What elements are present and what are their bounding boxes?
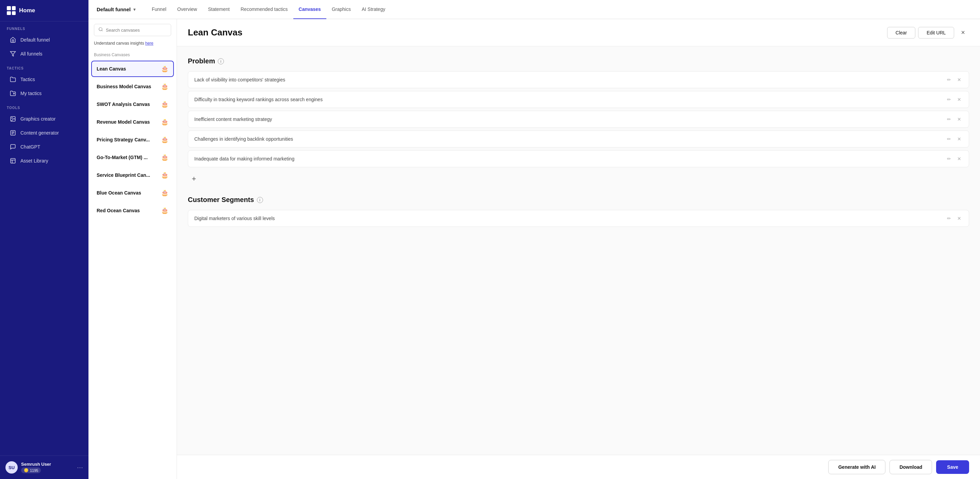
- sidebar-item-asset-library[interactable]: Asset Library: [3, 154, 86, 168]
- search-bar: [89, 19, 177, 40]
- user-badge: 🪙 1195: [21, 468, 41, 473]
- user-name: Semrush User: [21, 461, 73, 467]
- tab-graphics[interactable]: Graphics: [326, 0, 356, 19]
- tactics-label: TACTICS: [0, 61, 89, 72]
- customer-segments-info-icon[interactable]: i: [257, 197, 263, 203]
- red-ocean-label: Red Ocean Canvas: [97, 208, 140, 213]
- bottom-bar: Generate with AI Download Save: [177, 455, 980, 479]
- problem-info-icon[interactable]: i: [218, 58, 224, 64]
- sidebar-item-content-generator[interactable]: Content generator: [3, 126, 86, 140]
- sidebar-section-tools: TOOLS Graphics creator Content generator…: [0, 101, 89, 168]
- add-problem-button[interactable]: +: [188, 173, 200, 185]
- search-input[interactable]: [106, 27, 167, 33]
- close-item-icon-2[interactable]: ✕: [956, 116, 963, 123]
- service-blueprint-label: Service Blueprint Can...: [97, 172, 150, 178]
- problem-item-1: Difficulty in tracking keyword rankings …: [188, 91, 969, 108]
- edit-icon-2[interactable]: ✏: [946, 116, 953, 123]
- edit-icon-3[interactable]: ✏: [946, 136, 953, 142]
- sidebar-label-tactics: Tactics: [21, 77, 35, 82]
- blue-ocean-label: Blue Ocean Canvas: [97, 190, 141, 196]
- edit-icon-1[interactable]: ✏: [946, 96, 953, 103]
- customer-segments-heading: Customer Segments i: [188, 196, 969, 204]
- canvas-item-lean-canvas[interactable]: Lean Canvas 🎂: [91, 61, 174, 77]
- sidebar-label-content-generator: Content generator: [21, 130, 59, 136]
- insight-link[interactable]: here: [145, 41, 153, 46]
- sidebar-label-chatgpt: ChatGPT: [21, 144, 40, 150]
- lean-canvas-emoji: 🎂: [161, 65, 169, 73]
- content-area: Understand canvas insights here Business…: [89, 19, 980, 479]
- generate-ai-button[interactable]: Generate with AI: [828, 460, 885, 474]
- edit-icon-4[interactable]: ✏: [946, 155, 953, 162]
- save-button[interactable]: Save: [936, 460, 969, 474]
- sidebar-label-my-tactics: My tactics: [21, 91, 41, 96]
- lean-canvas-label: Lean Canvas: [97, 66, 126, 72]
- tab-overview[interactable]: Overview: [172, 0, 202, 19]
- canvas-item-business-model[interactable]: Business Model Canvas 🎂: [91, 78, 174, 95]
- close-item-icon-4[interactable]: ✕: [956, 155, 963, 162]
- tab-statement[interactable]: Statement: [202, 0, 235, 19]
- chat-icon: [10, 144, 16, 150]
- tools-label: TOOLS: [0, 101, 89, 112]
- search-icon: [98, 27, 103, 33]
- problem-item-text-1: Difficulty in tracking keyword rankings …: [194, 97, 942, 102]
- sidebar-item-my-tactics[interactable]: My tactics: [3, 86, 86, 100]
- close-item-icon-1[interactable]: ✕: [956, 96, 963, 103]
- canvas-item-red-ocean[interactable]: Red Ocean Canvas 🎂: [91, 202, 174, 219]
- sidebar-item-tactics[interactable]: Tactics: [3, 73, 86, 86]
- main-area: Default funnel ▾ Funnel Overview Stateme…: [89, 0, 980, 479]
- sidebar: Home FUNNELS Default funnel All funnels …: [0, 0, 89, 479]
- canvas-item-go-to-market[interactable]: Go-To-Market (GTM) ... 🎂: [91, 149, 174, 166]
- close-item-icon-3[interactable]: ✕: [956, 136, 963, 142]
- canvas-item-pricing-strategy[interactable]: Pricing Strategy Canv... 🎂: [91, 131, 174, 148]
- funnel-chevron-icon: ▾: [134, 7, 135, 12]
- canvas-item-blue-ocean[interactable]: Blue Ocean Canvas 🎂: [91, 185, 174, 201]
- svg-line-12: [102, 30, 103, 31]
- sidebar-label-all-funnels: All funnels: [21, 51, 43, 57]
- library-icon: [10, 157, 16, 164]
- close-button[interactable]: ×: [957, 26, 969, 39]
- problem-heading: Problem i: [188, 57, 969, 65]
- clear-button[interactable]: Clear: [887, 27, 915, 38]
- problem-item-3: Challenges in identifying backlink oppor…: [188, 131, 969, 147]
- canvas-item-swot[interactable]: SWOT Analysis Canvas 🎂: [91, 96, 174, 112]
- close-item-icon-0[interactable]: ✕: [956, 76, 963, 83]
- pricing-strategy-label: Pricing Strategy Canv...: [97, 137, 150, 142]
- tab-recommended-tactics[interactable]: Recommended tactics: [235, 0, 293, 19]
- revenue-model-emoji: 🎂: [161, 118, 169, 126]
- canvas-item-revenue-model[interactable]: Revenue Model Canvas 🎂: [91, 114, 174, 130]
- user-menu-icon[interactable]: ⋯: [77, 464, 83, 471]
- folder-shared-icon: [10, 90, 16, 97]
- tab-funnel[interactable]: Funnel: [146, 0, 172, 19]
- svg-point-3: [11, 118, 12, 118]
- canvas-body: Problem i Lack of visibility into compet…: [177, 46, 980, 455]
- edit-icon-0[interactable]: ✏: [946, 76, 953, 83]
- canvas-main: Lean Canvas Clear Edit URL × Problem i: [177, 19, 980, 479]
- problem-item-text-2: Inefficient content marketing strategy: [194, 117, 942, 122]
- funnel-selector[interactable]: Default funnel ▾: [97, 6, 135, 12]
- sidebar-item-graphics-creator[interactable]: Graphics creator: [3, 112, 86, 126]
- home-icon: [10, 37, 16, 43]
- swot-label: SWOT Analysis Canvas: [97, 102, 150, 107]
- problem-item-text-3: Challenges in identifying backlink oppor…: [194, 136, 942, 142]
- problem-item-0: Lack of visibility into competitors' str…: [188, 71, 969, 88]
- edit-segment-icon-0[interactable]: ✏: [946, 215, 953, 222]
- search-input-wrap[interactable]: [94, 24, 171, 36]
- sidebar-item-chatgpt[interactable]: ChatGPT: [3, 140, 86, 154]
- filter-icon: [10, 50, 16, 57]
- swot-emoji: 🎂: [161, 101, 169, 108]
- document-icon: [10, 129, 16, 136]
- sidebar-logo[interactable]: Home: [0, 0, 89, 21]
- tab-canvases[interactable]: Canvases: [293, 0, 326, 19]
- svg-point-11: [99, 27, 102, 31]
- sidebar-item-all-funnels[interactable]: All funnels: [3, 47, 86, 61]
- tab-ai-strategy[interactable]: AI Strategy: [356, 0, 391, 19]
- coin-icon: 🪙: [24, 468, 29, 473]
- home-grid-icon: [7, 6, 16, 15]
- canvas-header-actions: Clear Edit URL ×: [887, 26, 969, 39]
- close-segment-icon-0[interactable]: ✕: [956, 215, 963, 222]
- canvas-item-service-blueprint[interactable]: Service Blueprint Can... 🎂: [91, 167, 174, 183]
- download-button[interactable]: Download: [889, 460, 932, 474]
- edit-url-button[interactable]: Edit URL: [918, 27, 954, 38]
- sidebar-item-default-funnel[interactable]: Default funnel: [3, 33, 86, 47]
- funnels-label: FUNNELS: [0, 21, 89, 33]
